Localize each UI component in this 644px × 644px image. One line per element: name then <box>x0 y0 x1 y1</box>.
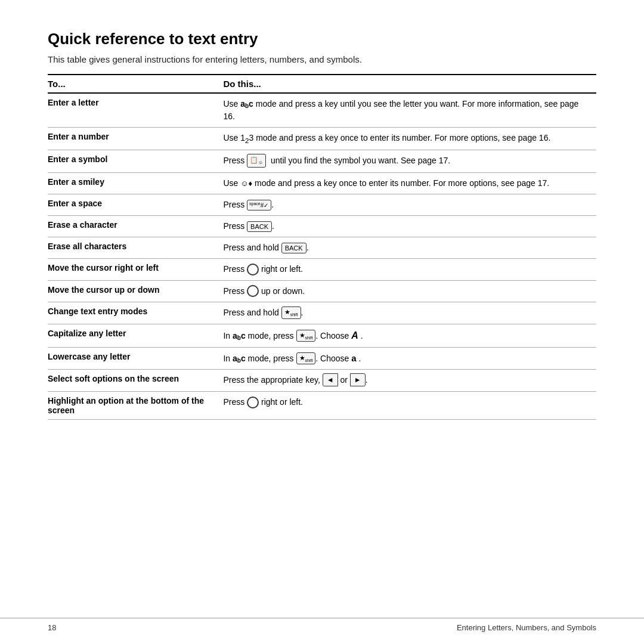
page-subtitle: This table gives general instructions fo… <box>48 54 596 64</box>
table-row: Move the cursor right or left Press righ… <box>48 259 596 280</box>
row-action: Select soft options on the screen <box>48 370 223 392</box>
row-instruction: Press right or left. <box>223 392 596 420</box>
row-action: Enter a letter <box>48 93 223 128</box>
table-row: Lowercase any letter In abc mode, press … <box>48 347 596 370</box>
row-action: Enter a space <box>48 194 223 216</box>
row-action: Highlight an option at the bottom of the… <box>48 392 223 420</box>
table-row: Erase all characters Press and hold BACK… <box>48 237 596 259</box>
row-action: Enter a number <box>48 128 223 150</box>
back-key-hold-icon: BACK <box>281 243 306 253</box>
cap-a-label: A <box>351 330 358 340</box>
table-row: Highlight an option at the bottom of the… <box>48 392 596 420</box>
row-instruction: Press and hold ★shift. <box>223 302 596 324</box>
row-action: Move the cursor right or left <box>48 259 223 280</box>
space-hash-key-icon: space#✓ <box>247 200 271 210</box>
page-content: Quick reference to text entry This table… <box>0 0 644 618</box>
row-instruction: In abc mode, press ★shift. Choose A . <box>223 324 596 347</box>
row-instruction: Press space#✓. <box>223 194 596 216</box>
left-softkey-icon: ◄ <box>323 373 338 386</box>
page-footer: 18 Entering Letters, Numbers, and Symbol… <box>0 618 644 644</box>
table-row: Select soft options on the screen Press … <box>48 370 596 392</box>
symbol-key-icon: 📋☺ <box>247 154 266 168</box>
row-instruction: Press and hold BACK. <box>223 237 596 259</box>
row-instruction: Use 123 mode and press a key once to ent… <box>223 128 596 150</box>
right-softkey-icon: ► <box>350 373 366 386</box>
footer-page-number: 18 <box>48 623 56 632</box>
nav-circle-icon <box>247 397 259 408</box>
table-row: Capitalize any letter In abc mode, press… <box>48 324 596 347</box>
table-header-row: To... Do this... <box>48 75 596 93</box>
table-row: Enter a symbol Press 📋☺ until you find t… <box>48 150 596 173</box>
abc-mode-icon: abc <box>233 331 246 340</box>
abc-mode-icon: abc <box>233 354 246 363</box>
row-action: Lowercase any letter <box>48 347 223 370</box>
row-instruction: Use abc mode and press a key until you s… <box>223 93 596 128</box>
row-action: Enter a smiley <box>48 173 223 194</box>
lower-a-label: a <box>351 353 356 363</box>
abc-mode-icon: abc <box>240 99 253 109</box>
row-action: Change text entry modes <box>48 302 223 324</box>
row-instruction: Press BACK. <box>223 216 596 237</box>
row-instruction: Press the appropriate key, ◄ or ►. <box>223 370 596 392</box>
table-row: Enter a number Use 123 mode and press a … <box>48 128 596 150</box>
star-shift-key-icon: ★shift <box>296 330 316 342</box>
nav-circle-icon <box>247 285 259 297</box>
row-instruction: Use ☺♦ mode and press a key once to ente… <box>223 173 596 194</box>
table-row: Enter a letter Use abc mode and press a … <box>48 93 596 128</box>
nav-circle-icon <box>247 264 259 275</box>
row-action: Move the cursor up or down <box>48 280 223 302</box>
row-action: Capitalize any letter <box>48 324 223 347</box>
footer-section: Entering Letters, Numbers, and Symbols <box>457 623 596 632</box>
star-shift-key-icon: ★shift <box>296 352 316 364</box>
page-title: Quick reference to text entry <box>48 30 596 48</box>
table-row: Erase a character Press BACK. <box>48 216 596 237</box>
table-row: Change text entry modes Press and hold ★… <box>48 302 596 324</box>
row-action: Erase a character <box>48 216 223 237</box>
row-instruction: In abc mode, press ★shift. Choose a . <box>223 347 596 370</box>
table-row: Enter a smiley Use ☺♦ mode and press a k… <box>48 173 596 194</box>
star-shift-key-icon: ★shift <box>281 306 301 318</box>
row-instruction: Press 📋☺ until you find the symbol you w… <box>223 150 596 173</box>
col-header-to: To... <box>48 75 223 93</box>
table-row: Enter a space Press space#✓. <box>48 194 596 216</box>
num-mode-icon: 123 <box>240 133 253 143</box>
row-instruction: Press right or left. <box>223 259 596 280</box>
reference-table: To... Do this... Enter a letter Use abc … <box>48 74 596 420</box>
row-instruction: Press up or down. <box>223 280 596 302</box>
row-action: Enter a symbol <box>48 150 223 173</box>
col-header-do: Do this... <box>223 75 596 93</box>
table-row: Move the cursor up or down Press up or d… <box>48 280 596 302</box>
row-action: Erase all characters <box>48 237 223 259</box>
back-key-icon: BACK <box>247 221 272 232</box>
smiley-mode-icon: ☺♦ <box>240 179 252 188</box>
